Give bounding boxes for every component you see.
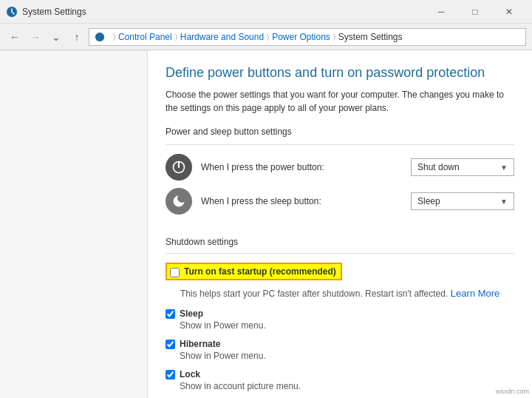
sleep-button-value: Sleep [417, 196, 440, 206]
power-sleep-section-label: Power and sleep button settings [166, 127, 514, 137]
breadcrumb-sep-0: 〉 [113, 33, 115, 41]
back-button[interactable]: ← [6, 28, 24, 46]
power-button-value: Shut down [417, 162, 460, 172]
breadcrumb-control-panel[interactable]: Control Panel [118, 32, 172, 42]
sleep-button-label: When I press the sleep button: [201, 196, 402, 206]
hibernate-checkbox[interactable] [166, 340, 175, 349]
shutdown-section-label: Shutdown settings [166, 237, 514, 247]
window-controls: ─ □ ✕ [424, 0, 526, 24]
fast-startup-label[interactable]: Turn on fast startup (recommended) [183, 266, 338, 277]
breadcrumb-sep-3: 〉 [333, 33, 335, 41]
power-button-row: When I press the power button: Shut down… [166, 154, 514, 181]
sleep-button-icon [166, 188, 192, 215]
svg-point-1 [95, 32, 104, 41]
hibernate-row: Hibernate Show in Power menu. [166, 338, 514, 361]
sleep-button-dropdown[interactable]: Sleep ▼ [411, 192, 514, 210]
close-button[interactable]: ✕ [492, 0, 526, 24]
page-description: Choose the power settings that you want … [166, 88, 514, 115]
power-button-dropdown[interactable]: Shut down ▼ [411, 158, 514, 176]
lock-row: Lock Show in account picture menu. [166, 368, 514, 391]
shutdown-section: Shutdown settings Turn on fast startup (… [166, 237, 514, 391]
dropdown-button[interactable]: ⌄ [47, 28, 65, 46]
sleep-content: Sleep Show in Power menu. [180, 308, 266, 331]
nav-bar: ← → ⌄ ↑ 〉 Control Panel 〉 Hardware and S… [0, 24, 532, 50]
left-panel [0, 50, 148, 398]
breadcrumb-sep-2: 〉 [267, 33, 269, 41]
sleep-row: Sleep Show in Power menu. [166, 308, 514, 331]
sleep-checkbox[interactable] [166, 309, 175, 319]
watermark: wsxdn.com [496, 388, 529, 395]
fast-startup-row: Turn on fast startup (recommended) [166, 263, 514, 280]
fast-startup-checkbox[interactable] [170, 268, 180, 277]
breadcrumb-hardware-sound[interactable]: Hardware and Sound [180, 32, 264, 42]
app-icon [6, 6, 18, 18]
button-settings: When I press the power button: Shut down… [166, 154, 514, 234]
fast-startup-desc: This helps start your PC faster after sh… [180, 289, 448, 299]
maximize-button[interactable]: □ [458, 0, 492, 24]
hibernate-label[interactable]: Hibernate [180, 339, 220, 349]
forward-button[interactable]: → [27, 28, 44, 46]
main-layout: Define power buttons and turn on passwor… [0, 50, 532, 398]
breadcrumb-sep-1: 〉 [175, 33, 177, 41]
breadcrumb-power-options[interactable]: Power Options [272, 32, 330, 42]
divider-2 [166, 253, 514, 254]
lock-checkbox[interactable] [166, 370, 175, 380]
sleep-label[interactable]: Sleep [180, 308, 203, 319]
sleep-desc: Show in Power menu. [180, 320, 266, 331]
hibernate-desc: Show in Power menu. [180, 351, 266, 361]
lock-content: Lock Show in account picture menu. [180, 368, 301, 391]
page-title: Define power buttons and turn on passwor… [166, 65, 514, 81]
minimize-button[interactable]: ─ [424, 0, 458, 24]
lock-label[interactable]: Lock [180, 369, 200, 380]
fast-startup-desc-container: This helps start your PC faster after sh… [166, 288, 514, 299]
divider-1 [166, 144, 514, 145]
power-dropdown-arrow: ▼ [500, 163, 508, 172]
content-area: Define power buttons and turn on passwor… [148, 50, 532, 398]
hibernate-content: Hibernate Show in Power menu. [180, 338, 266, 361]
sleep-button-row: When I press the sleep button: Sleep ▼ [166, 188, 514, 215]
title-bar: System Settings ─ □ ✕ [0, 0, 532, 24]
sleep-dropdown-arrow: ▼ [500, 198, 508, 206]
fast-startup-highlighted: Turn on fast startup (recommended) [166, 263, 342, 280]
window-title: System Settings [22, 7, 86, 17]
power-button-label: When I press the power button: [201, 162, 402, 172]
learn-more-link[interactable]: Learn More [451, 288, 499, 299]
lock-desc: Show in account picture menu. [180, 381, 301, 391]
breadcrumb: 〉 Control Panel 〉 Hardware and Sound 〉 P… [89, 28, 526, 46]
power-button-icon [166, 154, 192, 181]
breadcrumb-current: System Settings [338, 32, 403, 42]
breadcrumb-icon [94, 31, 106, 43]
up-button[interactable]: ↑ [68, 28, 86, 46]
